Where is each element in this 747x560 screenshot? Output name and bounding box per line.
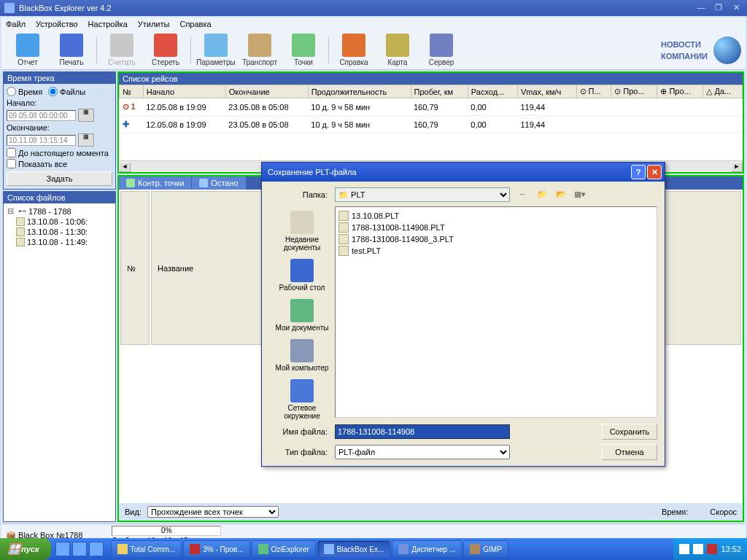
- dialog-titlebar[interactable]: Сохранение PLT-файла ? ✕: [262, 163, 665, 182]
- save-button[interactable]: Сохранить: [602, 424, 657, 440]
- toolbar-отчет[interactable]: Отчет: [6, 34, 50, 66]
- close-button[interactable]: ✕: [729, 3, 743, 13]
- file-icon: [338, 211, 349, 221]
- task-button[interactable]: GIMP: [463, 540, 508, 558]
- radio-files[interactable]: Файлы: [48, 87, 85, 96]
- filename-input[interactable]: [335, 424, 510, 439]
- track-time-header: Время трека: [4, 72, 115, 84]
- toolbar-считать: Считать: [100, 34, 144, 66]
- file-list-header: Список файлов: [4, 192, 115, 203]
- file-tree[interactable]: ⊷ 1788 - 1788 13.10.08 - 10:06:13.10.08 …: [4, 203, 115, 521]
- tree-root[interactable]: ⊷ 1788 - 1788: [6, 206, 113, 217]
- end-input[interactable]: [7, 135, 76, 146]
- toolbar-стереть[interactable]: Стереть: [144, 34, 187, 66]
- tree-item[interactable]: 13.10.08 - 11:30:: [6, 227, 113, 237]
- news-banner[interactable]: НОВОСТИКОМПАНИИ: [661, 36, 741, 64]
- toolbar-точки[interactable]: Точки: [282, 34, 325, 66]
- menu-help[interactable]: Справка: [179, 20, 211, 28]
- toolbar-icon: [248, 34, 271, 57]
- task-icon: [190, 544, 200, 554]
- task-button[interactable]: Total Comm...: [111, 540, 182, 558]
- file-icon: [16, 228, 25, 236]
- toolbar-транспорт[interactable]: Транспорт: [238, 34, 282, 66]
- toolbar-справка[interactable]: Справка: [332, 34, 376, 66]
- end-cal-button[interactable]: ▦: [78, 133, 94, 147]
- radio-time[interactable]: Время: [7, 87, 42, 96]
- file-listing[interactable]: 13.10.08.PLT1788-131008-114908.PLT1788-1…: [335, 206, 657, 418]
- ql-icon[interactable]: [89, 542, 104, 556]
- folder-select[interactable]: 📁 PLT: [335, 187, 510, 202]
- flights-header: Список рейсов: [119, 73, 743, 85]
- tree-item[interactable]: 13.10.08 - 10:06:: [6, 217, 113, 227]
- place-item[interactable]: Мой компьютер: [271, 336, 333, 375]
- flights-table[interactable]: №НачалоОкончаниеПродолжительностьПробег,…: [119, 85, 743, 133]
- task-icon: [324, 544, 334, 554]
- place-icon: [290, 339, 314, 362]
- dialog-help-button[interactable]: ?: [631, 165, 646, 179]
- toolbar-печать[interactable]: Печать: [50, 34, 93, 66]
- place-item[interactable]: Недавние документы: [271, 208, 333, 254]
- toolbar-сервер[interactable]: Сервер: [419, 34, 463, 66]
- dialog-close-button[interactable]: ✕: [647, 165, 662, 179]
- view-select[interactable]: Прохождение всех точек: [147, 506, 279, 518]
- list-item[interactable]: 1788-131008-114908.PLT: [338, 222, 654, 233]
- set-button[interactable]: Задать: [7, 171, 112, 186]
- tray-icon[interactable]: [679, 544, 689, 554]
- task-button[interactable]: OziExplorer: [252, 540, 316, 558]
- file-icon: [338, 246, 349, 256]
- tray-icon[interactable]: [707, 544, 717, 554]
- file-icon: [338, 234, 349, 244]
- app-titlebar: BlackBox Explorer ver 4.2 ― ❐ ✕: [0, 0, 747, 16]
- tree-item[interactable]: 13.10.08 - 11:49:: [6, 237, 113, 247]
- list-item[interactable]: 1788-131008-114908_3.PLT: [338, 233, 654, 245]
- place-icon: [290, 299, 314, 322]
- table-row[interactable]: ✚ 12.05.08 в 19:0923.05.08 в 05:0810 д. …: [120, 116, 743, 133]
- quick-launch: [51, 542, 108, 556]
- globe-icon: [713, 36, 741, 64]
- chk-show-all[interactable]: [7, 159, 16, 168]
- menu-settings[interactable]: Настройка: [88, 20, 128, 28]
- end-label: Окончание:: [7, 123, 112, 132]
- toolbar-параметры[interactable]: Параметры: [194, 34, 238, 66]
- place-icon: [290, 259, 314, 282]
- place-item[interactable]: Сетевое окружение: [271, 376, 333, 423]
- minimize-button[interactable]: ―: [694, 3, 708, 13]
- list-item[interactable]: test.PLT: [338, 245, 654, 257]
- view-menu-button[interactable]: ▦▾: [573, 187, 587, 202]
- tab-stops[interactable]: Остано: [192, 176, 246, 190]
- chk-until-now[interactable]: [7, 148, 16, 158]
- task-icon: [470, 544, 480, 554]
- tray-icon[interactable]: [693, 544, 703, 554]
- place-item[interactable]: Рабочий стол: [271, 256, 333, 295]
- task-button[interactable]: 3% - Пров...: [183, 540, 249, 558]
- start-label: Начало:: [7, 98, 112, 107]
- track-time-panel: Время трека Время Файлы Начало: ▦ Оконча…: [3, 71, 116, 190]
- places-bar: Недавние документыРабочий столМои докуме…: [269, 206, 335, 418]
- ql-icon[interactable]: [55, 542, 70, 556]
- place-icon: [290, 379, 314, 402]
- ql-icon[interactable]: [72, 542, 87, 556]
- menu-utils[interactable]: Утилиты: [138, 20, 170, 28]
- flights-panel: Список рейсов №НачалоОкончаниеПродолжите…: [117, 71, 744, 174]
- view-label: Вид:: [125, 508, 142, 516]
- table-row[interactable]: ⊙ 112.05.08 в 19:0923.05.08 в 05:0810 д.…: [120, 98, 743, 116]
- maximize-button[interactable]: ❐: [712, 3, 725, 13]
- system-tray[interactable]: 13:52: [673, 538, 747, 560]
- task-button[interactable]: BlackBox Ex...: [317, 540, 390, 558]
- start-button[interactable]: 🪟 пуск: [0, 538, 51, 560]
- cancel-button[interactable]: Отмена: [602, 444, 657, 460]
- toolbar-карта[interactable]: Карта: [376, 34, 419, 66]
- menu-device[interactable]: Устройство: [36, 20, 78, 28]
- start-input[interactable]: [7, 110, 76, 121]
- start-cal-button[interactable]: ▦: [78, 109, 94, 122]
- filetype-select[interactable]: PLT-файл: [335, 445, 510, 459]
- tab-points[interactable]: Контр. точки: [119, 176, 192, 190]
- task-button[interactable]: Диспетчер ...: [392, 540, 462, 558]
- up-button[interactable]: 📁: [535, 187, 549, 202]
- toolbar-icon: [386, 34, 409, 57]
- back-button[interactable]: ←: [516, 187, 530, 202]
- menu-file[interactable]: Файл: [6, 20, 26, 28]
- list-item[interactable]: 13.10.08.PLT: [338, 210, 654, 222]
- place-item[interactable]: Мои документы: [271, 296, 333, 335]
- new-folder-button[interactable]: 📂: [554, 187, 568, 202]
